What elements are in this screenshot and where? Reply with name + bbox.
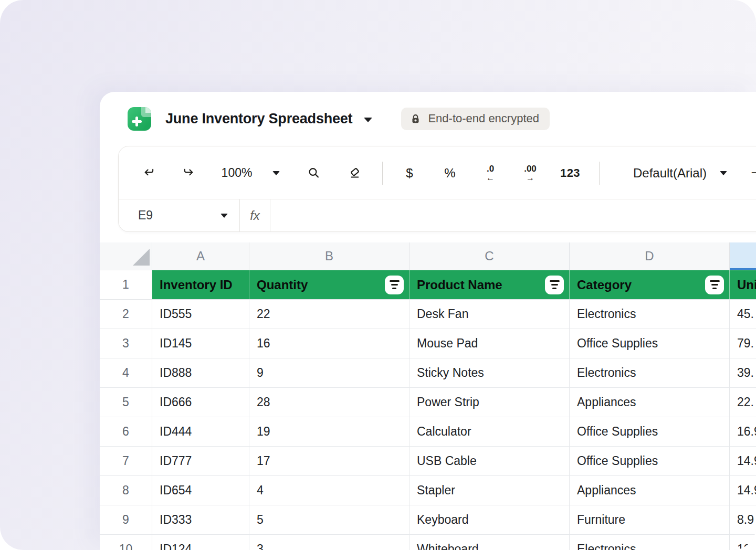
undo-button[interactable] (142, 146, 156, 199)
toolbar-divider (382, 162, 383, 185)
header-cell[interactable]: Quantity (249, 270, 410, 299)
title-menu-caret-icon[interactable] (364, 118, 372, 122)
table-row: 10ID1243WhiteboardElectronics19 (100, 535, 756, 550)
redo-icon (182, 166, 195, 180)
row-number[interactable]: 2 (100, 300, 152, 329)
grid-cell[interactable]: 9 (249, 358, 410, 387)
search-button[interactable] (307, 146, 321, 199)
font-select-caret-icon[interactable] (720, 146, 727, 199)
grid-cell[interactable]: Electronics (570, 535, 730, 550)
filter-icon[interactable] (385, 276, 404, 294)
increase-decimal-button[interactable]: .00 → (524, 146, 537, 199)
number-format-button[interactable]: 123 (560, 146, 580, 199)
select-all-corner[interactable] (100, 242, 152, 270)
clear-format-button[interactable] (348, 146, 362, 199)
header-cell[interactable]: Category (570, 270, 730, 299)
grid-cell[interactable]: Office Supplies (570, 447, 730, 475)
grid-cell[interactable]: ID654 (152, 476, 249, 505)
row-number[interactable]: 4 (100, 358, 152, 387)
dollar-icon: $ (406, 166, 413, 181)
row-number[interactable]: 3 (100, 329, 152, 358)
minus-icon: − (751, 165, 756, 181)
grid-cell[interactable]: 17 (249, 447, 410, 475)
table-header-row: 1 Inventory IDQuantityProduct NameCatego… (100, 270, 756, 300)
font-select[interactable]: Default(Arial) (633, 146, 707, 199)
grid-cell[interactable]: Furniture (570, 505, 730, 534)
grid-cell[interactable]: Whiteboard (410, 535, 570, 550)
decrease-decimal-button[interactable]: .0 ← (486, 146, 495, 199)
grid-cell[interactable]: Electronics (570, 358, 730, 387)
filter-icon[interactable] (545, 276, 564, 294)
grid-cell[interactable]: 3 (249, 535, 410, 550)
row-number[interactable]: 1 (100, 270, 152, 299)
grid-cell[interactable]: ID124 (152, 535, 249, 550)
percent-format-button[interactable]: % (444, 146, 455, 199)
zoom-select[interactable]: 100% (222, 146, 253, 199)
currency-format-button[interactable]: $ (406, 146, 413, 199)
column-header-D[interactable]: D (570, 242, 730, 270)
header-cell[interactable]: Uni (730, 270, 756, 299)
cell-name-box[interactable]: E9 (119, 199, 239, 231)
grid-cell[interactable]: Office Supplies (570, 329, 730, 358)
grid-cell[interactable]: 19 (249, 417, 410, 446)
grid-cell[interactable]: 14.9 (730, 476, 756, 505)
document-title[interactable]: June Inventory Spreadsheet (165, 111, 352, 127)
row-number[interactable]: 5 (100, 388, 152, 417)
row-number[interactable]: 10 (100, 535, 152, 550)
grid-cell[interactable]: ID666 (152, 388, 249, 417)
toolbar-card: 100% $ (118, 146, 756, 232)
grid-cell[interactable]: Stapler (410, 476, 570, 505)
grid-cell[interactable]: Keyboard (410, 505, 570, 534)
grid-cell[interactable]: Appliances (570, 388, 730, 417)
grid-cell[interactable]: 5 (249, 505, 410, 534)
row-number[interactable]: 7 (100, 447, 152, 475)
grid-cell[interactable]: ID888 (152, 358, 249, 387)
row-number[interactable]: 6 (100, 417, 152, 446)
grid-cell[interactable]: Desk Fan (410, 300, 570, 329)
formula-input[interactable] (270, 199, 756, 231)
grid-cell[interactable]: 4 (249, 476, 410, 505)
grid-cell[interactable]: Appliances (570, 476, 730, 505)
grid-cell[interactable]: 16 (249, 329, 410, 358)
lock-icon (409, 112, 422, 125)
grid-cell[interactable]: 39. (730, 358, 756, 387)
decrease-decimal-icon: .0 ← (486, 164, 495, 182)
grid-cell[interactable]: ID145 (152, 329, 249, 358)
name-box-caret-icon[interactable] (220, 214, 228, 218)
grid-cell[interactable]: Mouse Pad (410, 329, 570, 358)
grid-cell[interactable]: 22. (730, 388, 756, 417)
header-cell[interactable]: Inventory ID (152, 270, 249, 299)
eraser-icon (348, 166, 362, 181)
grid-cell[interactable]: 16.9 (730, 417, 756, 446)
grid-cell[interactable]: Sticky Notes (410, 358, 570, 387)
font-size-decrease-button[interactable]: − (751, 146, 756, 199)
grid-cell[interactable]: ID333 (152, 505, 249, 534)
filter-icon[interactable] (705, 276, 724, 294)
redo-button[interactable] (182, 146, 195, 199)
row-number[interactable]: 9 (100, 505, 152, 534)
header-cell-label: Quantity (257, 278, 308, 292)
spreadsheet-app-icon (128, 107, 151, 131)
grid-cell[interactable]: 14.9 (730, 447, 756, 475)
row-number[interactable]: 8 (100, 476, 152, 505)
grid-cell[interactable]: Calculator (410, 417, 570, 446)
grid-cell[interactable]: 8.9 (730, 505, 756, 534)
header-cell[interactable]: Product Name (410, 270, 570, 299)
grid-cell[interactable]: 45. (730, 300, 756, 329)
grid-cell[interactable]: 19 (730, 535, 756, 550)
grid-cell[interactable]: ID555 (152, 300, 249, 329)
grid-cell[interactable]: 28 (249, 388, 410, 417)
grid-cell[interactable]: 79. (730, 329, 756, 358)
column-header-E[interactable]: E (730, 242, 756, 270)
column-header-A[interactable]: A (152, 242, 249, 270)
column-header-B[interactable]: B (249, 242, 410, 270)
grid-cell[interactable]: Power Strip (410, 388, 570, 417)
grid-cell[interactable]: USB Cable (410, 447, 570, 475)
grid-cell[interactable]: 22 (249, 300, 410, 329)
grid-cell[interactable]: ID444 (152, 417, 249, 446)
grid-cell[interactable]: Office Supplies (570, 417, 730, 446)
grid-cell[interactable]: ID777 (152, 447, 249, 475)
grid-cell[interactable]: Electronics (570, 300, 730, 329)
zoom-caret-icon[interactable] (272, 146, 280, 199)
column-header-C[interactable]: C (410, 242, 570, 270)
